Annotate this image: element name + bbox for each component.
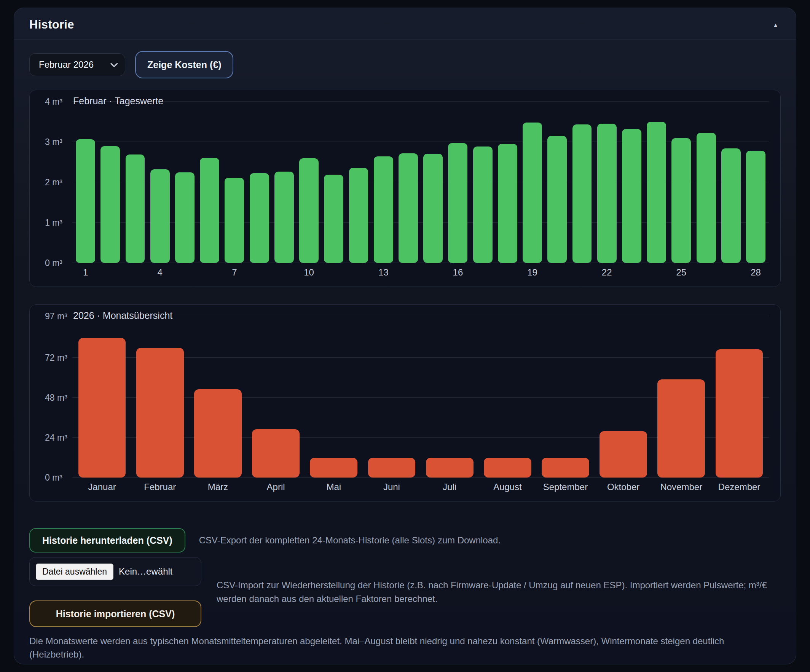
daily-chart-y-axis: 4 m³3 m³2 m³1 m³0 m³ xyxy=(30,102,73,263)
x-axis-tick-label: Februar xyxy=(131,482,189,492)
bar-slot xyxy=(536,316,594,478)
monthly-chart-title: 2026 · Monatsübersicht xyxy=(73,310,172,321)
bar-slot xyxy=(197,102,222,263)
daily-chart-title: Februar · Tageswerte xyxy=(73,96,163,106)
bar-Dezember xyxy=(716,349,763,478)
bar-slot xyxy=(694,102,718,263)
x-axis-tick-label: 7 xyxy=(222,267,246,278)
x-axis-tick-label: Juni xyxy=(363,482,420,492)
bar-9 xyxy=(275,172,294,263)
bar-slot xyxy=(297,102,321,263)
y-axis-tick-label: 24 m³ xyxy=(45,433,68,443)
bar-22 xyxy=(597,124,617,263)
bar-slot xyxy=(420,316,478,478)
x-axis-tick-label: 4 xyxy=(148,267,172,278)
historie-panel: Historie ▲ Februar 2026 Zeige Kosten (€)… xyxy=(14,8,796,664)
x-axis-tick-label: September xyxy=(536,482,594,492)
x-axis-tick-label: 19 xyxy=(520,267,545,278)
monthly-chart-y-axis: 97 m³72 m³48 m³24 m³0 m³ xyxy=(30,316,73,478)
month-select-value: Februar 2026 xyxy=(39,59,94,70)
bar-slot xyxy=(131,316,189,478)
x-axis-tick-label: 10 xyxy=(297,267,321,278)
export-description: CSV-Export der kompletten 24-Monats-Hist… xyxy=(199,534,501,547)
bar-November xyxy=(657,379,705,478)
bar-slot xyxy=(446,102,470,263)
bar-3 xyxy=(126,155,145,263)
daily-chart-x-axis: 14710131619222528 xyxy=(73,263,769,282)
monthly-chart-plot: 2026 · Monatsübersicht xyxy=(73,316,769,478)
bar-slot xyxy=(719,102,743,263)
bar-10 xyxy=(299,158,319,263)
bar-slot xyxy=(247,102,272,263)
footnote-text: Die Monatswerte werden aus typischen Mon… xyxy=(29,635,781,661)
y-axis-tick-label: 2 m³ xyxy=(45,177,62,188)
bar-März xyxy=(194,389,242,478)
bar-slot xyxy=(363,316,420,478)
bar-slot xyxy=(222,102,246,263)
import-description: CSV-Import zur Wiederherstellung der His… xyxy=(217,578,781,606)
download-history-button[interactable]: Historie herunterladen (CSV) xyxy=(29,528,186,552)
chevron-down-icon xyxy=(110,60,118,67)
daily-chart-card: 4 m³3 m³2 m³1 m³0 m³ Februar · Tageswert… xyxy=(29,90,781,287)
import-controls-column: Datei auswählen Kein…ewählt Historie imp… xyxy=(29,557,201,627)
collapse-triangle-icon[interactable]: ▲ xyxy=(770,19,781,30)
bar-slot xyxy=(346,102,371,263)
bar-17 xyxy=(473,147,493,263)
bar-Juli xyxy=(426,458,474,478)
monthly-chart-bars xyxy=(73,316,769,478)
x-axis-tick-label: 13 xyxy=(371,267,396,278)
y-axis-tick-label: 4 m³ xyxy=(45,97,62,107)
file-input[interactable]: Datei auswählen Kein…ewählt xyxy=(29,557,201,586)
month-select[interactable]: Februar 2026 xyxy=(29,53,125,76)
bar-April xyxy=(252,429,300,478)
y-axis-tick-label: 1 m³ xyxy=(45,218,62,228)
bar-slot xyxy=(396,102,420,263)
bar-16 xyxy=(448,143,467,263)
monthly-chart-card: 97 m³72 m³48 m³24 m³0 m³ 2026 · Monatsüb… xyxy=(29,305,781,502)
y-axis-tick-label: 0 m³ xyxy=(45,473,62,483)
x-axis-tick-label: 22 xyxy=(594,267,619,278)
y-axis-tick-label: 0 m³ xyxy=(45,258,62,268)
bar-Oktober xyxy=(599,431,647,478)
bar-slot xyxy=(247,316,305,478)
bar-Januar xyxy=(78,338,126,478)
export-row: Historie herunterladen (CSV) CSV-Export … xyxy=(29,528,781,552)
bar-slot xyxy=(371,102,396,263)
bar-24 xyxy=(647,122,666,263)
bar-slot xyxy=(710,316,768,478)
show-costs-button[interactable]: Zeige Kosten (€) xyxy=(135,51,233,78)
bar-21 xyxy=(572,125,592,263)
bar-7 xyxy=(224,178,244,263)
bar-slot xyxy=(148,102,172,263)
bar-slot xyxy=(652,316,710,478)
bar-slot xyxy=(172,102,197,263)
bar-14 xyxy=(398,153,418,263)
bar-Juni xyxy=(368,458,416,478)
bar-slot xyxy=(189,316,246,478)
bar-slot xyxy=(669,102,694,263)
y-axis-tick-label: 72 m³ xyxy=(45,353,68,363)
bar-Mai xyxy=(310,458,358,478)
x-axis-tick-label: 28 xyxy=(743,267,768,278)
bar-18 xyxy=(498,144,517,263)
bar-5 xyxy=(175,172,194,263)
bar-slot xyxy=(545,102,569,263)
x-axis-tick-label: Januar xyxy=(73,482,131,492)
x-axis-tick-label: April xyxy=(247,482,305,492)
bar-slot xyxy=(743,102,768,263)
bar-September xyxy=(542,458,589,478)
bar-28 xyxy=(746,151,766,263)
bar-23 xyxy=(622,129,641,263)
bar-slot xyxy=(123,102,147,263)
choose-file-button[interactable]: Datei auswählen xyxy=(36,564,113,580)
bar-2 xyxy=(101,146,120,263)
bar-slot xyxy=(569,102,594,263)
import-history-button[interactable]: Historie importieren (CSV) xyxy=(29,600,201,627)
x-axis-tick-label: 25 xyxy=(669,267,694,278)
x-axis-tick-label: Juli xyxy=(420,482,478,492)
bar-slot xyxy=(520,102,545,263)
bar-August xyxy=(484,458,532,478)
daily-chart-plot: Februar · Tageswerte xyxy=(73,102,769,263)
bar-27 xyxy=(721,148,741,263)
controls-row: Februar 2026 Zeige Kosten (€) xyxy=(29,51,781,78)
